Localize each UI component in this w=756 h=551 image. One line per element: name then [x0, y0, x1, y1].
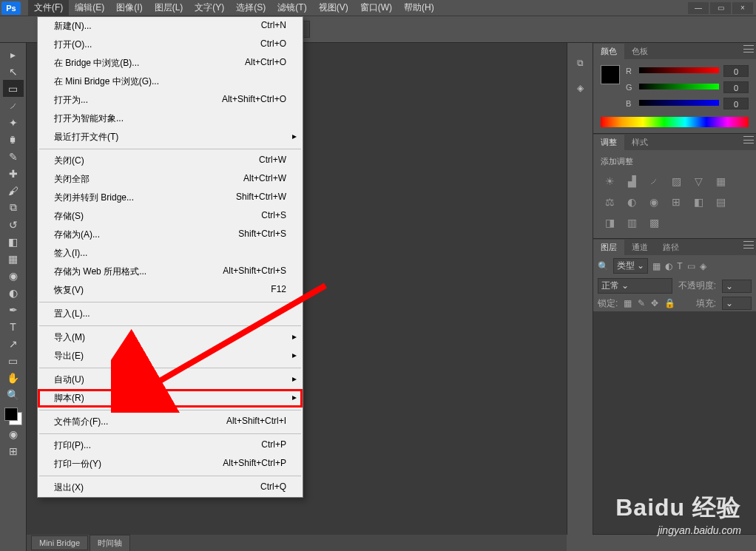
menu-file[interactable]: 文件(F) [28, 0, 69, 16]
opacity-input[interactable]: ⌄ [722, 280, 752, 293]
blur-tool[interactable]: ◉ [3, 267, 24, 284]
hand-tool[interactable]: ✋ [3, 369, 24, 386]
menu-window[interactable]: 窗口(W) [354, 0, 398, 16]
menu-item[interactable]: 文件简介(F)...Alt+Shift+Ctrl+I [38, 413, 303, 431]
panel-menu-icon[interactable] [743, 136, 754, 143]
tab-layers[interactable]: 图层 [593, 240, 624, 255]
menu-item[interactable]: 置入(L)... [38, 305, 303, 323]
menu-type[interactable]: 文字(Y) [189, 0, 230, 16]
marquee-tool[interactable]: ▭ [3, 80, 24, 97]
pen-tool[interactable]: ✒ [3, 301, 24, 318]
exposure-icon[interactable]: ▨ [669, 175, 684, 188]
posterize-icon[interactable]: ▤ [713, 195, 728, 209]
menu-view[interactable]: 视图(V) [313, 0, 354, 16]
menu-item[interactable]: 签入(I)... [38, 244, 303, 263]
stamp-tool[interactable]: ⧉ [3, 199, 24, 216]
filter-shape-icon[interactable]: ▭ [687, 261, 695, 271]
menu-layer[interactable]: 图层(L) [149, 0, 189, 16]
type-tool[interactable]: T [3, 318, 24, 335]
gradient-map-icon[interactable]: ▥ [624, 216, 639, 229]
menu-item[interactable]: 在 Mini Bridge 中浏览(G)... [38, 72, 303, 91]
menu-item[interactable]: 最近打开文件(T)▸ [38, 128, 303, 146]
history-brush-tool[interactable]: ↺ [3, 216, 24, 233]
menu-item[interactable]: 退出(X)Ctrl+Q [38, 479, 303, 497]
vibrance-icon[interactable]: ▽ [691, 175, 706, 188]
properties-panel-icon[interactable]: ◈ [577, 83, 584, 93]
search-icon[interactable]: 🔍 [598, 261, 609, 271]
crop-tool[interactable]: ⧯ [3, 131, 24, 148]
menu-item[interactable]: 打开为智能对象... [38, 109, 303, 128]
photo-filter-icon[interactable]: ◉ [647, 195, 661, 209]
expand-icon[interactable]: ▸ [3, 46, 24, 63]
levels-icon[interactable]: ▟ [624, 175, 639, 188]
color-preview-swatch[interactable] [601, 65, 620, 84]
minimize-button[interactable]: — [688, 2, 709, 14]
layer-filter-select[interactable]: 类型 ⌄ [613, 258, 648, 274]
menu-item[interactable]: 打印(P)...Ctrl+P [38, 436, 303, 455]
menu-item[interactable]: 存储为(A)...Shift+Ctrl+S [38, 226, 303, 244]
tab-swatches[interactable]: 色板 [624, 44, 655, 59]
tab-paths[interactable]: 路径 [655, 240, 686, 255]
hue-ramp[interactable] [601, 117, 749, 127]
invert-icon[interactable]: ◧ [691, 195, 706, 209]
selective-icon[interactable]: ▩ [647, 216, 661, 229]
menu-item[interactable]: 脚本(R)▸ [38, 389, 303, 408]
curves-icon[interactable]: ⟋ [647, 175, 661, 188]
dodge-tool[interactable]: ◐ [3, 284, 24, 301]
filter-pixel-icon[interactable]: ▦ [652, 261, 661, 271]
tab-timeline[interactable]: 时间轴 [90, 535, 130, 552]
menu-item[interactable]: 自动(U)▸ [38, 371, 303, 389]
g-value[interactable]: 0 [723, 81, 749, 93]
eraser-tool[interactable]: ◧ [3, 233, 24, 250]
tab-channels[interactable]: 通道 [624, 240, 655, 255]
menu-item[interactable]: 在 Bridge 中浏览(B)...Alt+Ctrl+O [38, 54, 303, 72]
move-tool[interactable]: ↖ [3, 63, 24, 80]
menu-item[interactable]: 打开为...Alt+Shift+Ctrl+O [38, 91, 303, 109]
balance-icon[interactable]: ⚖ [602, 195, 617, 209]
menu-item[interactable]: 导出(E)▸ [38, 347, 303, 365]
menu-item[interactable]: 存储为 Web 所用格式...Alt+Shift+Ctrl+S [38, 263, 303, 281]
menu-item[interactable]: 打印一份(Y)Alt+Shift+Ctrl+P [38, 455, 303, 473]
menu-help[interactable]: 帮助(H) [398, 0, 440, 16]
tab-color[interactable]: 颜色 [593, 44, 624, 59]
tab-mini-bridge[interactable]: Mini Bridge [31, 535, 88, 550]
menu-item[interactable]: 关闭(C)Ctrl+W [38, 152, 303, 170]
lock-all-icon[interactable]: 🔒 [664, 298, 675, 308]
healing-tool[interactable]: ✚ [3, 165, 24, 182]
menu-item[interactable]: 打开(O)...Ctrl+O [38, 36, 303, 54]
tab-styles[interactable]: 样式 [624, 135, 655, 150]
quickmask-tool[interactable]: ◉ [3, 425, 24, 442]
lock-pixels-icon[interactable]: ▦ [624, 298, 632, 308]
screenmode-tool[interactable]: ⊞ [3, 442, 24, 459]
menu-filter[interactable]: 滤镜(T) [271, 0, 312, 16]
maximize-button[interactable]: ▭ [710, 2, 731, 14]
filter-adjust-icon[interactable]: ◐ [665, 261, 672, 271]
menu-item[interactable]: 关闭并转到 Bridge...Shift+Ctrl+W [38, 189, 303, 207]
history-panel-icon[interactable]: ⧉ [577, 58, 584, 68]
menu-item[interactable]: 导入(M)▸ [38, 328, 303, 347]
menu-item[interactable]: 恢复(V)F12 [38, 281, 303, 300]
menu-item[interactable]: 关闭全部Alt+Ctrl+W [38, 170, 303, 189]
brush-tool[interactable]: 🖌 [3, 182, 24, 199]
tab-adjustments[interactable]: 调整 [593, 135, 624, 150]
menu-image[interactable]: 图像(I) [110, 0, 148, 16]
lock-move-icon[interactable]: ✥ [651, 298, 658, 308]
foreground-color[interactable] [4, 408, 18, 421]
zoom-tool[interactable]: 🔍 [3, 386, 24, 403]
menu-edit[interactable]: 编辑(E) [69, 0, 110, 16]
close-button[interactable]: × [732, 2, 753, 14]
filter-smart-icon[interactable]: ◈ [700, 261, 706, 271]
fill-input[interactable]: ⌄ [722, 297, 752, 310]
r-slider[interactable] [639, 67, 719, 75]
foreground-background-swatch[interactable] [4, 408, 22, 425]
lasso-tool[interactable]: ⟋ [3, 97, 24, 114]
eyedropper-tool[interactable]: ✎ [3, 148, 24, 165]
menu-select[interactable]: 选择(S) [230, 0, 271, 16]
bw-icon[interactable]: ◐ [624, 195, 639, 209]
mixer-icon[interactable]: ⊞ [669, 195, 684, 209]
panel-menu-icon[interactable] [743, 241, 754, 249]
lock-brush-icon[interactable]: ✎ [638, 298, 645, 308]
path-select-tool[interactable]: ↗ [3, 335, 24, 352]
hue-icon[interactable]: ▦ [713, 175, 728, 188]
menu-item[interactable]: 存储(S)Ctrl+S [38, 207, 303, 226]
